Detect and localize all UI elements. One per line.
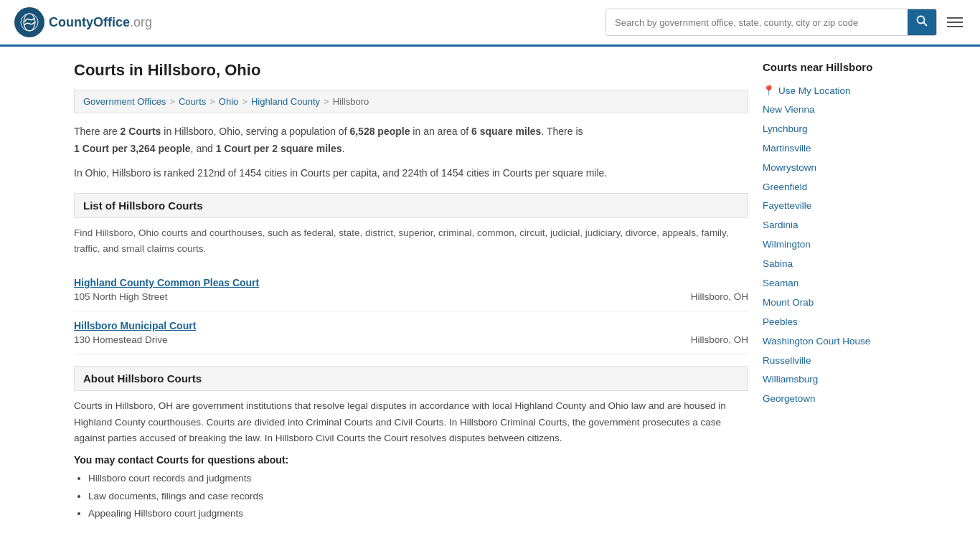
stats-area: 6 square miles xyxy=(471,126,541,137)
sidebar: Courts near Hillsboro 📍 Use My Location … xyxy=(763,61,906,522)
breadcrumb-highland-county[interactable]: Highland County xyxy=(251,96,320,107)
sidebar-link-0[interactable]: New Vienna xyxy=(763,103,906,117)
sidebar-link-13[interactable]: Russellville xyxy=(763,354,906,368)
logo-text: CountyOffice.org xyxy=(49,15,152,30)
about-body: Courts in Hillsboro, OH are government i… xyxy=(74,398,748,448)
about-section: About Hillsboro Courts Courts in Hillsbo… xyxy=(74,366,748,523)
logo-icon xyxy=(14,7,44,37)
breadcrumb-sep1: > xyxy=(169,96,175,107)
search-input[interactable] xyxy=(606,11,908,34)
stats-end: . xyxy=(341,143,344,154)
use-my-location-link[interactable]: Use My Location xyxy=(778,85,851,96)
stats-mid4: , and xyxy=(191,143,216,154)
breadcrumb-hillsboro: Hillsboro xyxy=(333,96,369,107)
sidebar-link-2[interactable]: Martinsville xyxy=(763,142,906,156)
bullet-0: Hillsboro court records and judgments xyxy=(88,470,748,487)
bullet-1: Law documents, filings and case records xyxy=(88,488,748,505)
stats-mid2: in an area of xyxy=(410,126,471,137)
court-item-1: Hillsboro Municipal Court 130 Homestead … xyxy=(74,311,748,354)
header-right xyxy=(606,9,966,36)
sidebar-link-4[interactable]: Greenfield xyxy=(763,181,906,194)
stats-mid1: in Hillsboro, Ohio, serving a population… xyxy=(161,126,349,137)
main-container: Courts in Hillsboro, Ohio Government Off… xyxy=(60,47,920,537)
breadcrumb-gov-offices[interactable]: Government Offices xyxy=(83,96,166,107)
page-title: Courts in Hillsboro, Ohio xyxy=(74,61,748,80)
bullet-2: Appealing Hillsboro court judgments xyxy=(88,505,748,522)
svg-line-4 xyxy=(924,23,928,27)
menu-button[interactable] xyxy=(944,11,966,33)
contact-header: You may contact Courts for questions abo… xyxy=(74,454,748,466)
breadcrumb: Government Offices > Courts > Ohio > Hig… xyxy=(74,90,748,113)
sidebar-link-1[interactable]: Lynchburg xyxy=(763,123,906,136)
sidebar-link-6[interactable]: Sardinia xyxy=(763,219,906,232)
stats-per-capita: 1 Court per 3,264 people xyxy=(74,143,191,154)
sidebar-link-5[interactable]: Fayetteville xyxy=(763,199,906,213)
main-content: Courts in Hillsboro, Ohio Government Off… xyxy=(74,61,748,522)
court-address-0: 105 North High Street xyxy=(74,291,168,302)
ranking-section: In Ohio, Hillsboro is ranked 212nd of 14… xyxy=(74,165,748,182)
breadcrumb-sep3: > xyxy=(242,96,248,107)
court-item-0: Highland County Common Pleas Court 105 N… xyxy=(74,268,748,311)
list-section-desc: Find Hillsboro, Ohio courts and courthou… xyxy=(74,225,748,256)
court-name-1[interactable]: Hillsboro Municipal Court xyxy=(74,320,196,331)
court-details-1: 130 Homestead Drive Hillsboro, OH xyxy=(74,334,748,345)
about-header: About Hillsboro Courts xyxy=(74,366,748,391)
search-button[interactable] xyxy=(908,9,936,35)
sidebar-link-11[interactable]: Peebles xyxy=(763,316,906,329)
location-pin-icon: 📍 xyxy=(763,85,775,96)
list-section-header: List of Hillsboro Courts xyxy=(74,193,748,218)
breadcrumb-ohio[interactable]: Ohio xyxy=(219,96,238,107)
stats-per-area: 1 Court per 2 square miles xyxy=(216,143,342,154)
breadcrumb-courts[interactable]: Courts xyxy=(179,96,206,107)
breadcrumb-sep2: > xyxy=(209,96,215,107)
stats-section: There are 2 Courts in Hillsboro, Ohio, s… xyxy=(74,123,748,158)
ranking-mid: in Courts per capita, and xyxy=(287,167,402,179)
court-address-1: 130 Homestead Drive xyxy=(74,334,168,345)
stats-intro: There are xyxy=(74,126,121,137)
sidebar-link-14[interactable]: Williamsburg xyxy=(763,373,906,387)
svg-point-0 xyxy=(20,13,39,32)
court-name-0[interactable]: Highland County Common Pleas Court xyxy=(74,277,259,288)
court-city-0: Hillsboro, OH xyxy=(691,291,748,302)
court-city-1: Hillsboro, OH xyxy=(691,334,748,345)
search-bar xyxy=(606,9,937,36)
site-header: CountyOffice.org xyxy=(0,0,980,47)
sidebar-link-10[interactable]: Mount Orab xyxy=(763,296,906,310)
logo-area: CountyOffice.org xyxy=(14,7,152,37)
svg-point-3 xyxy=(918,17,925,24)
sidebar-link-12[interactable]: Washington Court House xyxy=(763,335,906,349)
sidebar-link-7[interactable]: Wilmington xyxy=(763,238,906,252)
sidebar-link-9[interactable]: Seaman xyxy=(763,277,906,291)
bullet-list: Hillsboro court records and judgments La… xyxy=(88,470,748,522)
stats-mid3: . There is xyxy=(541,126,583,137)
ranking-bold1: 212nd of 1454 cities xyxy=(197,167,287,179)
sidebar-title: Courts near Hillsboro xyxy=(763,61,906,76)
court-details-0: 105 North High Street Hillsboro, OH xyxy=(74,291,748,302)
ranking-end: in Courts per square mile. xyxy=(489,167,607,179)
use-my-location-row: 📍 Use My Location xyxy=(763,85,906,96)
sidebar-link-8[interactable]: Sabina xyxy=(763,258,906,271)
sidebar-link-15[interactable]: Georgetown xyxy=(763,392,906,406)
sidebar-link-3[interactable]: Mowrystown xyxy=(763,161,906,175)
ranking-bold2: 224th of 1454 cities xyxy=(402,167,489,179)
breadcrumb-sep4: > xyxy=(324,96,329,107)
stats-population: 6,528 people xyxy=(349,126,410,137)
stats-court-count: 2 Courts xyxy=(121,126,161,137)
ranking-pre: In Ohio, Hillsboro is ranked xyxy=(74,167,197,179)
